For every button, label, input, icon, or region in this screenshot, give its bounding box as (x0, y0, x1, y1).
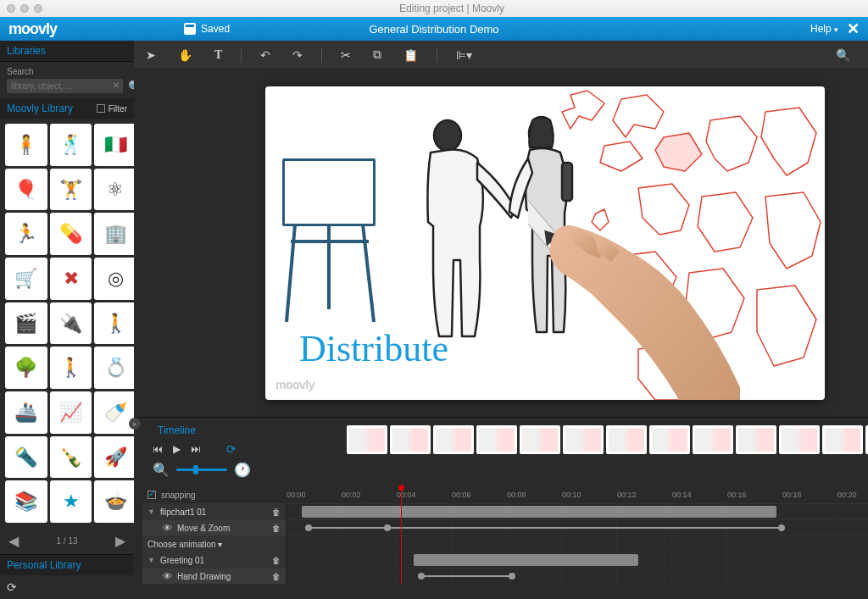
library-item[interactable]: 🧍 (5, 124, 47, 166)
help-link[interactable]: Help ▾ (810, 23, 838, 35)
library-item[interactable]: 📈 (50, 391, 92, 434)
search-input[interactable] (7, 79, 123, 93)
library-item[interactable]: ★ (50, 480, 92, 523)
rewind-button[interactable]: ⏮ (151, 441, 164, 457)
library-item[interactable]: 🏢 (94, 213, 134, 255)
library-item[interactable]: 🇮🇹 (94, 124, 134, 166)
library-item[interactable]: 💍 (94, 347, 134, 389)
text-tool-icon[interactable]: T (211, 47, 225, 64)
hand-tool-icon[interactable]: ✋ (175, 47, 196, 64)
loop-icon[interactable]: ⟳ (226, 442, 236, 456)
timeline-lane[interactable] (287, 504, 868, 519)
copy-icon[interactable]: ⧉ (370, 46, 385, 64)
library-item[interactable]: 🛒 (5, 258, 47, 300)
library-prev-button[interactable]: ◀ (8, 533, 19, 549)
mac-close-dot[interactable] (7, 4, 15, 13)
track-name: Move & Zoom (177, 524, 230, 533)
clear-search-icon[interactable]: ✕ (113, 80, 120, 90)
timeline-lane[interactable] (287, 568, 868, 584)
stage-canvas[interactable]: Distribute moovly (265, 86, 825, 400)
library-item[interactable]: 🚶 (94, 302, 134, 345)
search-label: Search (7, 67, 127, 76)
timeline-zoom-slider[interactable] (176, 469, 227, 471)
timeline-thumb[interactable] (822, 425, 863, 454)
timeline-thumb[interactable] (563, 425, 604, 454)
timeline-clock-icon[interactable]: 🕐 (232, 460, 253, 480)
keyframe-dot[interactable] (305, 524, 312, 531)
library-item[interactable]: 🔦 (5, 436, 47, 479)
ruler-tick: 00:20 (837, 491, 868, 499)
library-item[interactable]: 🔌 (50, 302, 92, 345)
timeline-zoom-out-icon[interactable]: 🔍 (151, 460, 171, 480)
timeline-thumb[interactable] (606, 425, 647, 454)
delete-track-icon[interactable]: 🗑 (272, 572, 281, 581)
refresh-icon[interactable]: ⟳ (7, 580, 17, 594)
timeline-thumb[interactable] (433, 425, 474, 454)
choose-animation-dropdown[interactable]: Choose animation ▾ (142, 536, 287, 552)
redo-icon[interactable]: ↷ (289, 47, 306, 64)
timeline-thumb[interactable] (476, 425, 517, 454)
library-item[interactable]: 🏋 (50, 169, 92, 211)
library-item[interactable]: 🎬 (5, 302, 47, 345)
pointer-tool-icon[interactable]: ➤ (142, 47, 159, 64)
personal-library-header[interactable]: Personal Library (0, 554, 134, 575)
delete-track-icon[interactable]: 🗑 (272, 556, 281, 565)
svg-line-0 (287, 225, 295, 322)
delete-track-icon[interactable]: 🗑 (272, 507, 281, 517)
timeline-lane[interactable] (287, 552, 868, 568)
paste-icon[interactable]: 📋 (400, 47, 421, 64)
timeline-ruler[interactable]: 00:0000:0200:0400:0600:0800:1000:1200:14… (287, 488, 868, 502)
library-item[interactable]: 🚀 (94, 436, 134, 479)
cut-icon[interactable]: ✂ (337, 47, 354, 64)
library-next-button[interactable]: ▶ (115, 533, 125, 549)
timeline-lane[interactable] (287, 520, 868, 535)
timeline-thumb[interactable] (693, 425, 733, 454)
zoom-out-icon[interactable]: 🔍 (832, 47, 854, 64)
snapping-checkbox[interactable] (147, 491, 156, 499)
filter-toggle[interactable]: Filter (97, 104, 127, 114)
library-item[interactable]: 🏃 (5, 213, 47, 255)
library-item[interactable]: 🎈 (5, 169, 47, 211)
timeline-thumb[interactable] (736, 425, 776, 454)
timeline-clip[interactable] (302, 506, 776, 518)
library-item[interactable]: 🌳 (5, 347, 47, 389)
timeline-thumb[interactable] (347, 425, 387, 454)
library-item[interactable]: ⚛ (94, 169, 134, 211)
keyframe-dot[interactable] (384, 524, 391, 531)
keyframe-dot[interactable] (418, 573, 425, 580)
timeline-thumb[interactable] (779, 425, 820, 454)
library-item[interactable]: 📚 (5, 480, 47, 523)
visibility-icon[interactable]: 👁 (163, 523, 172, 533)
mac-max-dot[interactable] (34, 4, 42, 13)
library-item[interactable]: 🚶 (50, 347, 92, 389)
timeline-thumb[interactable] (520, 425, 560, 454)
close-app-button[interactable]: ✕ (847, 19, 860, 38)
track-caret-icon[interactable]: ▼ (147, 507, 155, 516)
library-item[interactable]: 🍲 (94, 480, 134, 523)
play-button[interactable]: ▶ (171, 441, 182, 457)
library-item[interactable]: ✖ (50, 258, 92, 300)
library-item[interactable]: 🕺 (50, 124, 92, 166)
timeline-thumb[interactable] (390, 425, 431, 454)
library-item[interactable]: 💊 (50, 213, 92, 255)
mac-min-dot[interactable] (20, 4, 29, 13)
playhead[interactable] (401, 488, 402, 584)
visibility-icon[interactable]: 👁 (163, 571, 172, 581)
timeline-lane[interactable] (287, 536, 868, 552)
track-caret-icon[interactable]: ▼ (147, 556, 155, 564)
undo-icon[interactable]: ↶ (257, 47, 274, 64)
keyframe-dot[interactable] (509, 573, 515, 580)
ruler-tick: 00:18 (782, 491, 837, 499)
library-item[interactable]: ◎ (94, 258, 134, 300)
delete-track-icon[interactable]: 🗑 (272, 524, 281, 533)
timeline-thumb[interactable] (649, 425, 690, 454)
timeline-panel: ▸ Timeline ⏮ ▶ ⏭ ⟳ 🔍 🕐 (134, 417, 868, 599)
forward-button[interactable]: ⏭ (189, 441, 203, 457)
keyframe-dot[interactable] (778, 524, 785, 531)
align-icon[interactable]: ⊫▾ (453, 47, 476, 64)
library-item[interactable]: 🍾 (50, 436, 92, 479)
library-item[interactable]: 🍼 (94, 391, 134, 434)
timeline-clip[interactable] (414, 554, 638, 566)
timeline-collapse-icon[interactable]: ▸ (129, 418, 141, 430)
library-item[interactable]: 🚢 (5, 391, 47, 434)
